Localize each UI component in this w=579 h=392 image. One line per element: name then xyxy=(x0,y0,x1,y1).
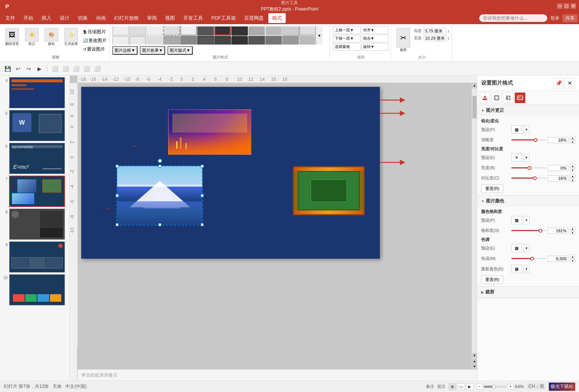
adjust-button[interactable]: ☀️ 更正 xyxy=(23,26,41,48)
preset-dropdown-color[interactable]: ▼ xyxy=(523,216,529,224)
preset-select-brightness[interactable]: ☀ xyxy=(511,153,522,162)
preset-dropdown-tone[interactable]: ▼ xyxy=(523,244,529,252)
section-button[interactable]: ⬜ xyxy=(71,64,81,73)
restore-button[interactable]: □ xyxy=(564,3,569,9)
menu-format[interactable]: 格式 xyxy=(268,13,286,23)
section-correction-header[interactable]: 图片更正 xyxy=(477,105,579,116)
contrast-down[interactable]: ▼ xyxy=(570,178,575,182)
tab-effect[interactable] xyxy=(491,93,502,103)
menu-file[interactable]: 文件 xyxy=(2,13,19,23)
style-13[interactable] xyxy=(112,36,129,45)
layout-button[interactable]: 图片版式▼ xyxy=(167,46,193,55)
style-24[interactable] xyxy=(299,36,316,45)
handle-bm[interactable] xyxy=(158,223,161,226)
style-19[interactable] xyxy=(214,36,231,45)
style-22[interactable] xyxy=(265,36,282,45)
select-pane-button[interactable]: 选择窗格 xyxy=(333,43,361,51)
close-button[interactable]: ✕ xyxy=(571,3,576,9)
handle-br[interactable] xyxy=(201,223,204,226)
redo-button[interactable]: ↪ xyxy=(24,64,33,73)
slide-thumb-10[interactable]: 10 * xyxy=(2,274,68,306)
menu-view[interactable]: 视图 xyxy=(161,13,179,23)
style-6[interactable] xyxy=(197,26,214,35)
scroll-down[interactable]: ▼ xyxy=(472,353,477,358)
style-3[interactable] xyxy=(146,26,163,35)
preset-dropdown-sharpen[interactable]: ▼ xyxy=(523,125,529,134)
temp-up[interactable]: ▲ xyxy=(570,255,575,258)
preset-dropdown-brightness[interactable]: ▼ xyxy=(523,153,529,162)
style-1[interactable] xyxy=(112,26,129,35)
style-14[interactable] xyxy=(129,36,146,45)
new-slide-button[interactable]: ⬜ xyxy=(50,64,59,73)
reset-btn[interactable]: ↺ 重设图片 xyxy=(82,45,108,53)
style-20[interactable] xyxy=(231,36,248,45)
preset-select-tone[interactable]: ▦ xyxy=(511,244,522,252)
slideshow-view-btn[interactable]: ▶ xyxy=(466,383,474,390)
style-5[interactable] xyxy=(180,26,197,35)
handle-tm[interactable] xyxy=(158,165,161,168)
slide-thumb-5[interactable]: 5 W xyxy=(2,110,68,141)
recolor-select[interactable]: ▦ xyxy=(511,265,522,273)
menu-transitions[interactable]: 切换 xyxy=(74,13,91,23)
tab-picture[interactable] xyxy=(515,93,525,103)
scroll-thumb[interactable] xyxy=(472,96,477,119)
notes-button[interactable]: 备注 xyxy=(426,384,434,389)
menu-home[interactable]: 开始 xyxy=(20,13,37,23)
lower-layer-button[interactable]: 下移一层▼ xyxy=(333,35,361,42)
menu-pdf[interactable]: PDF工具箱 xyxy=(207,13,240,23)
width-input[interactable] xyxy=(424,35,446,41)
zoom-slider[interactable] xyxy=(484,386,506,388)
rotate-button[interactable]: 旋转▼ xyxy=(361,43,389,51)
style-7[interactable] xyxy=(214,26,231,35)
zoom-thumb[interactable] xyxy=(492,385,496,389)
share-label[interactable]: 共享 xyxy=(562,14,577,22)
styles-more-button[interactable]: ▼ xyxy=(317,26,322,45)
zoom-out-btn[interactable]: − xyxy=(477,384,483,390)
selected-image[interactable] xyxy=(117,166,202,225)
brightness-slider[interactable] xyxy=(511,167,546,168)
login-label[interactable]: 登录 xyxy=(550,15,559,22)
normal-view-btn[interactable]: ⊞ xyxy=(449,383,456,390)
menu-baidu[interactable]: 百度网盘 xyxy=(240,13,268,23)
menu-review[interactable]: 审阅 xyxy=(143,13,161,23)
minimize-button[interactable]: ─ xyxy=(557,3,562,9)
temp-slider[interactable] xyxy=(511,258,546,259)
reading-view-btn[interactable]: 📖 xyxy=(457,383,465,390)
saturation-slider[interactable] xyxy=(511,230,546,231)
brightness-down[interactable]: ▼ xyxy=(570,168,575,172)
handle-bl[interactable] xyxy=(116,223,119,226)
reset-correction-button[interactable]: 重置(R) xyxy=(481,184,503,193)
save-button[interactable]: 💾 xyxy=(3,64,12,73)
slide-view-button[interactable]: ⬜ xyxy=(82,64,91,73)
zoom-in-btn[interactable]: + xyxy=(508,384,514,390)
change-btn[interactable]: 🔄 更改图片 xyxy=(82,37,108,45)
style-10[interactable] xyxy=(265,26,282,35)
slide-panel[interactable]: 4 * 5 W 6 北京大学与研究院 E=mc² xyxy=(0,76,70,381)
slide-thumb-4[interactable]: 4 * xyxy=(2,77,68,108)
search-input[interactable] xyxy=(479,14,547,22)
saturation-input[interactable] xyxy=(548,228,568,234)
temp-down[interactable]: ▼ xyxy=(570,259,575,262)
group-button[interactable]: 组合▼ xyxy=(361,35,389,42)
style-23[interactable] xyxy=(282,36,299,45)
reset-color-button[interactable]: 重置(R) xyxy=(481,275,503,284)
style-11[interactable] xyxy=(282,26,299,35)
crop-button[interactable]: ✂ 裁剪 xyxy=(394,26,412,54)
style-16[interactable] xyxy=(163,36,180,45)
style-8[interactable] xyxy=(231,26,248,35)
recolor-dropdown[interactable]: ▼ xyxy=(523,265,529,273)
undo-button[interactable]: ↩ xyxy=(14,64,23,73)
panel-pin-button[interactable]: 📌 xyxy=(553,78,564,88)
notes-area[interactable]: 单击此处添加备注 xyxy=(77,369,477,381)
height-input[interactable] xyxy=(424,28,446,34)
compress-btn[interactable]: 🗜 压缩图片 xyxy=(82,28,108,36)
handle-ml[interactable] xyxy=(116,194,119,197)
handle-tl[interactable] xyxy=(116,165,119,168)
slide-thumb-7[interactable]: 7 * xyxy=(2,176,68,207)
slide-thumb-9[interactable]: 9 + xyxy=(2,241,68,273)
style-2[interactable] xyxy=(129,26,146,35)
comments-button[interactable]: 批注 xyxy=(437,384,446,389)
layout-select-button[interactable]: ⬜ xyxy=(61,64,70,73)
sharpness-down[interactable]: ▼ xyxy=(570,140,575,144)
tab-fill[interactable] xyxy=(480,93,490,103)
